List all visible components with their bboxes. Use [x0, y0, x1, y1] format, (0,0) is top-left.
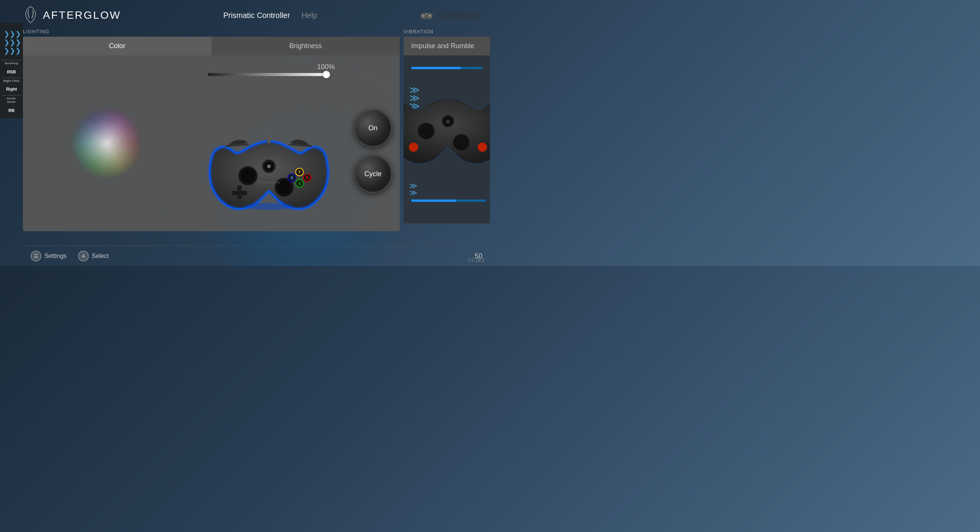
settings-icon: ☰ [31, 251, 41, 261]
panel-body: 100% [23, 55, 400, 231]
vibration-section-label: VIBRATION [404, 29, 490, 34]
select-button[interactable]: A Select [78, 251, 109, 261]
vibration-slider-2-fill [411, 200, 456, 202]
svg-text:A: A [298, 182, 301, 186]
color-tab[interactable]: Color [23, 37, 212, 55]
bottom-value: 50 [475, 252, 482, 260]
svg-rect-12 [232, 191, 247, 195]
svg-text:X: X [290, 176, 293, 180]
slider-container[interactable] [208, 73, 330, 76]
controller-status-icon [420, 10, 433, 21]
svg-point-30 [453, 134, 470, 151]
settings-button[interactable]: ☰ Settings [31, 251, 67, 261]
svg-text:⊕: ⊕ [446, 119, 450, 124]
panel-header: Color Brightness [23, 37, 400, 55]
svg-text:⊕: ⊕ [267, 163, 271, 169]
nav-area: Prismatic Controller Help [223, 11, 317, 20]
svg-text:Y: Y [298, 170, 301, 174]
sidebar-arrows-icon: ❯❯❯❯❯❯❯❯❯ [2, 27, 21, 58]
logo-area: AFTERGLOW [23, 6, 121, 25]
brightness-percentage: 100% [317, 63, 335, 71]
lighting-section-label: LIGHTING [23, 29, 400, 34]
connection-status: Connected [438, 10, 479, 20]
app-title: Prismatic Controller [223, 11, 290, 20]
svg-rect-2 [430, 14, 431, 17]
color-wheel[interactable] [34, 71, 180, 216]
vib-controller-display: ⊕ [404, 71, 490, 179]
main-content: LIGHTING Color Brightness [0, 29, 490, 231]
svg-rect-24 [267, 136, 271, 143]
vibration-slider-1-container[interactable] [411, 67, 482, 69]
vibration-slider-2[interactable] [411, 200, 486, 202]
svg-point-26 [246, 203, 292, 209]
brightness-slider[interactable] [208, 73, 330, 76]
svg-text:B: B [306, 176, 308, 180]
chevron-down-arrows: ≫≫ [409, 182, 417, 196]
vibration-panel: Impulse and Rumble ≫≫≫ [404, 37, 490, 224]
logo-text: AFTERGLOW [43, 9, 121, 21]
cycle-button[interactable]: Cycle [354, 155, 392, 193]
logo-icon [23, 6, 38, 25]
svg-point-3 [423, 15, 425, 16]
svg-rect-5 [426, 13, 427, 15]
settings-label: Settings [44, 253, 67, 260]
sidebar-right: Right [2, 86, 21, 93]
sidebar-rsb: RSB [2, 68, 21, 76]
sidebar-right-click: Right Click [2, 78, 21, 84]
connection-area: Connected [420, 10, 479, 21]
brightness-section: 100% [195, 63, 342, 224]
svg-point-27 [409, 143, 418, 152]
help-link[interactable]: Help [301, 11, 317, 20]
sidebar-scroll-down: Scroll-Down [2, 95, 21, 105]
lighting-panel: Color Brightness [23, 37, 400, 231]
svg-text:AFTERGLOW: AFTERGLOW [257, 181, 280, 184]
lighting-section: LIGHTING Color Brightness [23, 29, 400, 231]
vibration-slider-2-container[interactable] [411, 200, 486, 208]
svg-point-29 [418, 123, 435, 139]
lighting-controls: On Cycle [354, 63, 392, 224]
vibration-body: ≫≫≫ [404, 55, 490, 223]
vibration-slider-1[interactable] [411, 67, 482, 69]
bottom-bar: ☰ Settings A Select 50 [23, 246, 490, 266]
controller-image: Y B X A ⊕ [202, 113, 336, 220]
controller-display: Y B X A ⊕ [202, 113, 336, 220]
svg-point-28 [478, 143, 487, 152]
left-sidebar: ❯❯❯❯❯❯❯❯❯ Scroll-Up RSB Right Click Righ… [0, 23, 23, 118]
svg-point-4 [428, 15, 430, 16]
select-icon: A [78, 251, 89, 261]
color-wheel-container[interactable] [31, 63, 184, 224]
vibration-header: Impulse and Rumble [404, 37, 490, 55]
slider-thumb[interactable] [322, 71, 330, 78]
sidebar-rb: RB [2, 107, 21, 114]
vib-controller-image: ⊕ [404, 71, 490, 178]
svg-rect-1 [422, 14, 423, 17]
vibration-slider-1-fill [411, 67, 461, 69]
header: AFTERGLOW Prismatic Controller Help Conn… [0, 0, 490, 29]
brightness-tab[interactable]: Brightness [212, 37, 400, 55]
select-label: Select [92, 253, 109, 260]
vibration-section: VIBRATION Impulse and Rumble ≫≫≫ [404, 29, 490, 231]
svg-point-8 [241, 169, 255, 183]
sidebar-scroll-up: Scroll-Up [2, 60, 21, 66]
on-button[interactable]: On [354, 109, 392, 147]
